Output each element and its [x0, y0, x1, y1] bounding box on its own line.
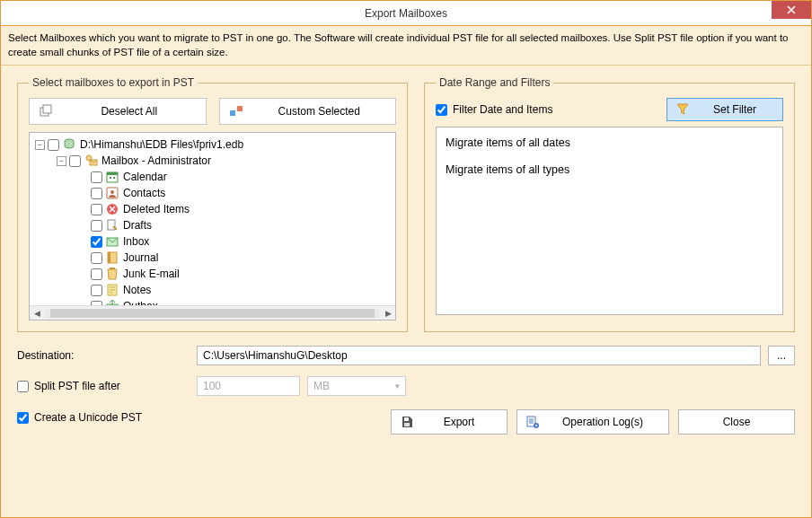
drafts-icon	[105, 218, 119, 233]
custom-selected-label: Custom Selected	[252, 105, 387, 118]
database-icon	[62, 137, 76, 152]
close-window-button[interactable]	[772, 1, 811, 19]
journal-icon	[105, 250, 119, 265]
tree-item-label: Junk E-mail	[122, 268, 180, 280]
logs-icon	[526, 416, 539, 428]
save-icon	[401, 416, 413, 428]
tree-checkbox[interactable]	[91, 188, 102, 199]
close-icon	[787, 5, 796, 14]
filter-summary-line2: Migrate items of all types	[446, 163, 773, 176]
scroll-thumb[interactable]	[50, 309, 375, 318]
select-mailboxes-legend: Select mailboxes to export in PST	[29, 76, 198, 89]
svg-rect-8	[107, 172, 118, 175]
tree-item-row[interactable]: Junk E-mail	[31, 266, 393, 282]
tree-checkbox[interactable]	[48, 139, 59, 151]
mailbox-toolbar: Deselect All Custom Selected	[29, 98, 396, 125]
tree-item-label: Deleted Items	[122, 203, 190, 215]
custom-selected-button[interactable]: Custom Selected	[219, 98, 397, 125]
split-size-input[interactable]	[197, 376, 300, 396]
tree-root-label: D:\Himanshu\EDB Files\fpriv1.edb	[79, 138, 243, 151]
tree-item-label: Contacts	[122, 187, 165, 199]
filter-icon	[676, 103, 689, 116]
tree-item-row[interactable]: Drafts	[31, 217, 393, 233]
split-unit-value: MB	[313, 380, 330, 392]
content-area: Select mailboxes to export in PST Desele…	[1, 66, 811, 517]
operation-logs-button[interactable]: Operation Log(s)	[516, 409, 669, 435]
deselect-all-icon	[39, 104, 53, 119]
tree-item-label: Drafts	[122, 219, 152, 232]
tree-item-label: Notes	[122, 284, 151, 296]
set-filter-button[interactable]: Set Filter	[666, 98, 783, 121]
svg-rect-9	[110, 177, 111, 179]
svg-point-12	[110, 190, 114, 194]
split-unit-dropdown[interactable]: MB	[307, 376, 406, 396]
svg-rect-22	[404, 423, 410, 426]
close-label: Close	[688, 416, 785, 428]
tree-item-row[interactable]: Inbox	[31, 233, 393, 250]
tree-checkbox[interactable]	[91, 220, 102, 232]
svg-rect-10	[113, 177, 115, 179]
tree-item-row[interactable]: Calendar	[31, 169, 393, 185]
expand-toggle[interactable]: −	[57, 156, 66, 166]
bottom-actions: Export Operation Log(s) Close	[391, 409, 795, 435]
close-button[interactable]: Close	[678, 409, 795, 435]
tree-mailbox-row[interactable]: − Mailbox - Administrator	[31, 153, 393, 169]
destination-row: Destination: ...	[17, 345, 795, 366]
tree-item-row[interactable]: Contacts	[31, 185, 393, 201]
tree-checkbox[interactable]	[91, 252, 102, 264]
expand-toggle[interactable]: −	[35, 140, 45, 150]
scroll-left-arrow[interactable]: ◀	[30, 306, 44, 320]
tree-checkbox[interactable]	[91, 204, 102, 215]
tree-item-label: Journal	[122, 251, 158, 264]
set-filter-label: Set Filter	[696, 103, 773, 116]
tree-checkbox[interactable]	[91, 268, 102, 280]
svg-rect-17	[108, 252, 110, 263]
export-mailboxes-window: Export Mailboxes Select Mailboxes which …	[0, 0, 812, 518]
date-range-legend: Date Range and Filters	[436, 76, 553, 89]
mailbox-tree: − D:\Himanshu\EDB Files\fpriv1.edb −	[29, 132, 396, 320]
split-pst-checkbox[interactable]	[17, 381, 29, 392]
filter-date-items-checkbox[interactable]	[436, 104, 447, 116]
unicode-and-actions-row: Create a Unicode PST Export Operation Lo…	[17, 406, 795, 435]
export-button[interactable]: Export	[391, 409, 508, 435]
destination-input[interactable]	[197, 346, 761, 365]
tree-root-row[interactable]: − D:\Himanshu\EDB Files\fpriv1.edb	[31, 136, 393, 153]
browse-label: ...	[777, 349, 786, 362]
filter-date-items-label: Filter Date and Items	[453, 103, 552, 116]
split-pst-row: Split PST file after MB	[17, 375, 795, 397]
deleted-icon	[105, 202, 119, 216]
scroll-track[interactable]	[45, 309, 380, 318]
outbox-icon	[105, 299, 119, 305]
scroll-right-arrow[interactable]: ▶	[381, 306, 395, 320]
unicode-pst-checkbox[interactable]	[17, 412, 29, 424]
mailbox-icon	[84, 154, 98, 168]
tree-item-label: Outbox	[122, 300, 158, 305]
tree-checkbox[interactable]	[91, 236, 102, 248]
export-label: Export	[420, 416, 498, 428]
unicode-pst-label: Create a Unicode PST	[34, 411, 142, 424]
junk-icon	[105, 267, 119, 281]
deselect-all-label: Deselect All	[62, 105, 197, 118]
tree-checkbox[interactable]	[91, 285, 102, 296]
browse-destination-button[interactable]: ...	[768, 346, 795, 365]
tree-item-row[interactable]: Outbox	[31, 298, 393, 305]
tree-checkbox[interactable]	[91, 301, 102, 306]
deselect-all-button[interactable]: Deselect All	[29, 98, 207, 125]
svg-rect-3	[237, 106, 243, 111]
filter-toggle-row: Filter Date and Items Set Filter	[436, 98, 783, 121]
tree-item-row[interactable]: Notes	[31, 282, 393, 298]
instructions-text: Select Mailboxes which you want to migra…	[1, 26, 811, 66]
inbox-icon	[105, 234, 119, 249]
tree-item-label: Calendar	[122, 171, 167, 183]
tree-checkbox[interactable]	[91, 171, 102, 183]
svg-rect-1	[43, 105, 51, 113]
calendar-icon	[105, 170, 119, 184]
tree-item-row[interactable]: Deleted Items	[31, 201, 393, 217]
tree-item-row[interactable]: Journal	[31, 250, 393, 266]
tree-checkbox[interactable]	[69, 155, 81, 167]
svg-rect-2	[230, 110, 235, 116]
tree-horizontal-scrollbar[interactable]: ◀ ▶	[30, 305, 395, 320]
destination-label: Destination:	[17, 349, 197, 362]
filter-summary-box: Migrate items of all dates Migrate items…	[436, 127, 783, 315]
mailbox-tree-scroll[interactable]: − D:\Himanshu\EDB Files\fpriv1.edb −	[30, 133, 395, 305]
